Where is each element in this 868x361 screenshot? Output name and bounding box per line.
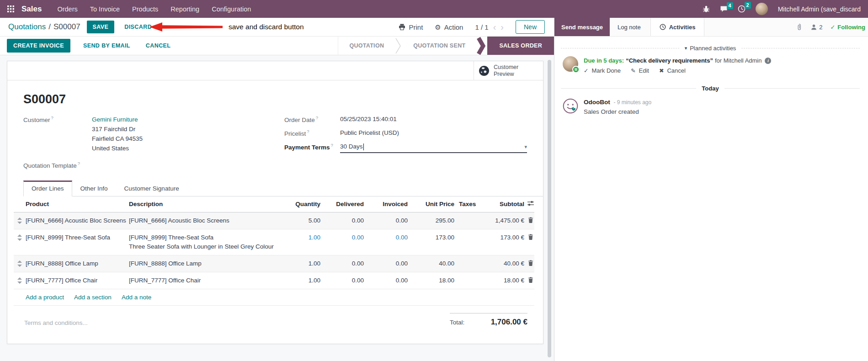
vertical-scrollbar[interactable] [548, 60, 551, 357]
prev-page-icon[interactable]: ‹ [493, 22, 496, 32]
cell-quantity[interactable]: 1.00 [245, 229, 320, 246]
create-invoice-button[interactable]: CREATE INVOICE [7, 39, 70, 53]
drag-handle-icon[interactable] [14, 212, 26, 228]
cell-quantity[interactable]: 1.00 [245, 255, 320, 272]
action-button[interactable]: ⚙ Action [435, 23, 463, 31]
messages-icon[interactable]: 4 [720, 5, 728, 13]
cell-unit-price[interactable]: 295.00 [408, 212, 454, 229]
cell-invoiced[interactable]: 0.00 [364, 212, 408, 229]
today-label: Today [702, 85, 719, 92]
save-button[interactable]: SAVE [87, 21, 115, 33]
order-date-value[interactable]: 05/25/2023 15:40:01 [340, 115, 527, 124]
stage-sales-order[interactable]: SALES ORDER [487, 37, 554, 55]
delete-row-icon[interactable] [524, 272, 534, 287]
notebook-tabs: Order Lines Other Info Customer Signatur… [23, 180, 543, 196]
drag-handle-icon[interactable] [14, 255, 26, 271]
message-header: OdooBot - 9 minutes ago [584, 98, 651, 106]
app-brand[interactable]: Sales [21, 5, 42, 14]
user-avatar[interactable] [756, 3, 768, 15]
cell-delivered[interactable]: 0.00 [320, 255, 364, 272]
header-quantity: Quantity [245, 196, 320, 212]
cell-taxes[interactable] [454, 255, 489, 263]
send-by-email-button[interactable]: SEND BY EMAIL [80, 42, 133, 49]
cell-description[interactable]: [FURN_6666] Acoustic Bloc Screens [129, 212, 245, 229]
cell-quantity[interactable]: 5.00 [245, 212, 320, 229]
activities-tab[interactable]: Activities [650, 18, 705, 36]
add-a-product-link[interactable]: Add a product [26, 294, 64, 301]
followers-button[interactable]: 2 [810, 24, 822, 31]
activities-clock-icon[interactable]: 2 [738, 5, 746, 13]
stage-quotation[interactable]: QUOTATION [338, 37, 395, 55]
delete-row-icon[interactable] [524, 229, 534, 244]
cell-product[interactable]: [FURN_8888] Office Lamp [26, 255, 129, 272]
cell-invoiced[interactable]: 0.00 [364, 255, 408, 272]
add-a-section-link[interactable]: Add a section [74, 294, 112, 301]
next-page-icon[interactable]: › [501, 22, 504, 32]
payment-terms-input[interactable]: 30 Days ▾ [340, 142, 527, 153]
info-icon[interactable]: i [765, 58, 771, 64]
cell-description[interactable]: [FURN_8888] Office Lamp [129, 255, 245, 272]
header-invoiced: Invoiced [364, 196, 408, 212]
nav-item-to-invoice[interactable]: To Invoice [90, 5, 120, 13]
cell-description[interactable]: [FURN_8999] Three-Seat SofaThree Seater … [129, 229, 245, 255]
following-button[interactable]: ✓ Following [830, 24, 865, 31]
cell-delivered[interactable]: 0.00 [320, 272, 364, 289]
cell-quantity[interactable]: 1.00 [245, 272, 320, 289]
cell-taxes[interactable] [454, 212, 489, 220]
cell-product[interactable]: [FURN_6666] Acoustic Bloc Screens [26, 212, 129, 229]
cell-unit-price[interactable]: 40.00 [408, 255, 454, 272]
cell-delivered[interactable]: 0.00 [320, 229, 364, 246]
customer-link[interactable]: Gemini Furniture [92, 115, 266, 124]
tab-customer-signature[interactable]: Customer Signature [116, 180, 187, 196]
optional-columns-icon[interactable] [524, 196, 534, 209]
dropdown-caret-icon[interactable]: ▾ [524, 142, 527, 151]
smart-button-box: Customer Preview [7, 61, 543, 80]
cell-invoiced[interactable]: 0.00 [364, 229, 408, 246]
apps-grid-icon[interactable] [7, 5, 14, 12]
quotation-template-value[interactable] [92, 160, 266, 169]
delete-row-icon[interactable] [524, 255, 534, 270]
planned-activities-header[interactable]: ▾ Planned activities [561, 45, 860, 52]
cancel-button[interactable]: CANCEL [143, 42, 173, 49]
new-button[interactable]: New [516, 20, 545, 34]
cell-subtotal: 173.00 € [489, 229, 524, 246]
nav-item-reporting[interactable]: Reporting [170, 5, 199, 13]
cancel-activity-button[interactable]: ✖Cancel [659, 67, 686, 74]
drag-handle-icon[interactable] [14, 272, 26, 287]
cell-unit-price[interactable]: 173.00 [408, 229, 454, 246]
nav-item-products[interactable]: Products [132, 5, 158, 13]
debug-bug-icon[interactable] [703, 5, 710, 13]
user-menu[interactable]: Mitchell Admin (save_discard [778, 5, 861, 13]
stage-quotation-sent[interactable]: QUOTATION SENT [402, 37, 476, 55]
add-a-note-link[interactable]: Add a note [122, 294, 151, 301]
nav-item-configuration[interactable]: Configuration [212, 5, 251, 13]
send-message-button[interactable]: Send message [554, 18, 610, 36]
pager-count: 1 / 1 [475, 23, 488, 31]
print-button[interactable]: Print [399, 23, 423, 31]
cell-invoiced[interactable]: 0.00 [364, 272, 408, 289]
customer-preview-button[interactable]: Customer Preview [474, 61, 543, 80]
tab-order-lines[interactable]: Order Lines [23, 180, 72, 196]
tab-other-info[interactable]: Other Info [72, 180, 116, 196]
edit-activity-button[interactable]: ✎Edit [631, 67, 649, 74]
cell-product[interactable]: [FURN_8999] Three-Seat Sofa [26, 229, 129, 246]
delete-row-icon[interactable] [524, 212, 534, 227]
cell-description[interactable]: [FURN_7777] Office Chair [129, 272, 245, 289]
header-unit-price: Unit Price [408, 196, 454, 212]
mark-done-button[interactable]: ✓Mark Done [584, 67, 621, 74]
attachment-paperclip-icon[interactable] [796, 23, 803, 31]
cell-delivered[interactable]: 0.00 [320, 212, 364, 229]
annotation-label: save and discard button [229, 23, 304, 31]
drag-handle-icon[interactable] [14, 229, 26, 244]
check-icon: ✓ [584, 67, 588, 74]
log-note-button[interactable]: Log note [610, 18, 649, 36]
cell-product[interactable]: [FURN_7777] Office Chair [26, 272, 129, 289]
pricelist-value[interactable]: Public Pricelist (USD) [340, 128, 527, 138]
cell-unit-price[interactable]: 18.00 [408, 272, 454, 289]
cell-taxes[interactable] [454, 272, 489, 280]
nav-item-orders[interactable]: Orders [57, 5, 77, 13]
terms-placeholder[interactable]: Terms and conditions... [24, 319, 88, 326]
help-marker: ? [316, 115, 318, 120]
breadcrumb-quotations[interactable]: Quotations [8, 22, 46, 32]
cell-taxes[interactable] [454, 229, 489, 237]
